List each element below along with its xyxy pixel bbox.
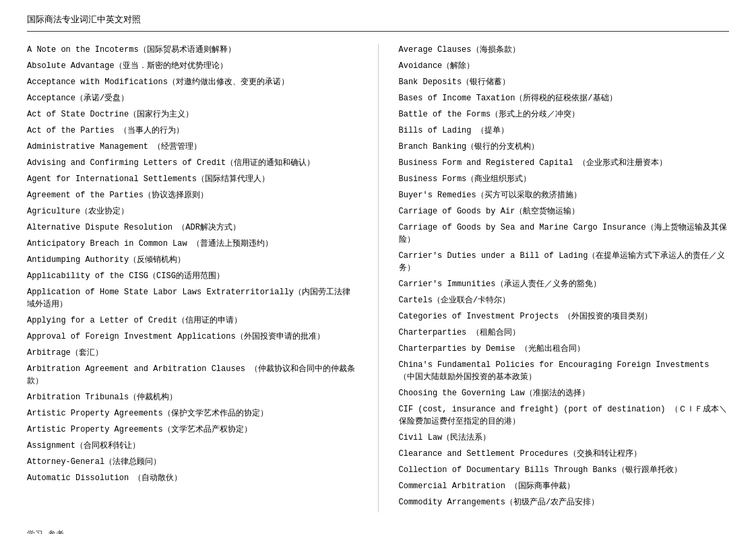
list-item: Arbitration Tribunals（仲裁机构） [27, 391, 358, 403]
list-item: Clearance and Settlement Procedures（交换和转… [399, 448, 730, 460]
list-item: Average Clauses（海损条款） [399, 44, 730, 56]
list-item: Buyer's Remedies（买方可以采取的救济措施） [399, 189, 730, 201]
list-item: Categories of Investment Projects （外国投资的… [399, 310, 730, 323]
footer-text: 学习.参考 [27, 529, 729, 534]
list-item: Commercial Arbitration （国际商事仲裁） [399, 480, 730, 492]
list-item: Advising and Confirming Letters of Credi… [27, 157, 358, 169]
list-item: Collection of Documentary Bills Through … [399, 464, 730, 476]
list-item: Act of State Doctrine（国家行为主义） [27, 108, 358, 121]
list-item: Artistic Property Agreements（文学艺术品产权协定） [27, 424, 358, 436]
list-item: Artistic Property Agreements（保护文学艺术作品的协定… [27, 407, 358, 420]
list-item: Carrier's Immunities（承运人责任／义务的豁免） [399, 278, 730, 290]
list-item: Cartels（企业联合/卡特尔） [399, 294, 730, 306]
list-item: Application of Home State Labor Laws Ext… [27, 286, 358, 310]
list-item: Acceptance（承诺/受盘） [27, 92, 358, 104]
list-item: Carriage of Goods by Air（航空货物运输） [399, 205, 730, 218]
list-item: Administrative Management （经营管理） [27, 141, 358, 153]
list-item: Arbitration Agreement and Arbitration Cl… [27, 363, 358, 387]
list-item: Business Form and Registered Capital （企业… [399, 157, 730, 169]
list-item: Business Forms（商业组织形式） [399, 173, 730, 185]
list-item: Approval of Foreign Investment Applicati… [27, 331, 358, 343]
page-title: 国际商法专业词汇中英文对照 [27, 13, 729, 32]
list-item: Bills of Lading （提单） [399, 125, 730, 137]
list-item: Acceptance with Modifications（对邀约做出修改、变更… [27, 76, 358, 88]
left-column: A Note on the Incoterms（国际贸易术语通则解释）Absol… [27, 44, 379, 512]
list-item: Act of the Parties （当事人的行为） [27, 125, 358, 137]
list-item: Assignment（合同权利转让） [27, 440, 358, 452]
list-item: Applying for a Letter of Credit（信用证的申请） [27, 314, 358, 327]
list-item: Agent for International Settlements（国际结算… [27, 173, 358, 185]
list-item: Charterparties by Demise （光船出租合同） [399, 343, 730, 355]
list-item: Commodity Arrangements（初级产品/农产品安排） [399, 496, 730, 508]
list-item: Bases of Income Taxation（所得税的征税依据/基础） [399, 92, 730, 104]
list-item: Charterparties （租船合同） [399, 327, 730, 339]
list-item: Carriage of Goods by Sea and Marine Carg… [399, 222, 730, 246]
list-item: Antidumping Authority（反倾销机构） [27, 254, 358, 266]
list-item: A Note on the Incoterms（国际贸易术语通则解释） [27, 44, 358, 56]
list-item: Branch Banking（银行的分支机构） [399, 141, 730, 153]
list-item: Applicability of the CISG（CISG的适用范围） [27, 270, 358, 282]
list-item: China's Fundamental Policies for Encoura… [399, 359, 730, 383]
list-item: Anticipatory Breach in Common Law （普通法上预… [27, 238, 358, 250]
list-item: Alternative Dispute Resolution （ADR解决方式） [27, 222, 358, 234]
list-item: Choosing the Governing Law（准据法的选择） [399, 387, 730, 399]
list-item: Arbitrage（套汇） [27, 347, 358, 359]
list-item: Civil Law（民法法系） [399, 432, 730, 444]
list-item: Agreement of the Parties（协议选择原则） [27, 189, 358, 201]
list-item: Carrier's Duties under a Bill of Lading（… [399, 250, 730, 274]
list-item: CIF (cost, insurance and freight) (port … [399, 403, 730, 428]
list-item: Absolute Advantage（亚当．斯密的绝对优势理论） [27, 60, 358, 72]
right-column: Average Clauses（海损条款）Avoidance（解除）Bank D… [379, 44, 730, 512]
list-item: Automatic Dissolution （自动散伙） [27, 472, 358, 484]
list-item: Battle of the Forms（形式上的分歧／冲突） [399, 108, 730, 121]
list-item: Avoidance（解除） [399, 60, 730, 72]
list-item: Bank Deposits（银行储蓄） [399, 76, 730, 88]
list-item: Attorney-General（法律总顾问） [27, 456, 358, 468]
list-item: Agriculture（农业协定） [27, 205, 358, 218]
